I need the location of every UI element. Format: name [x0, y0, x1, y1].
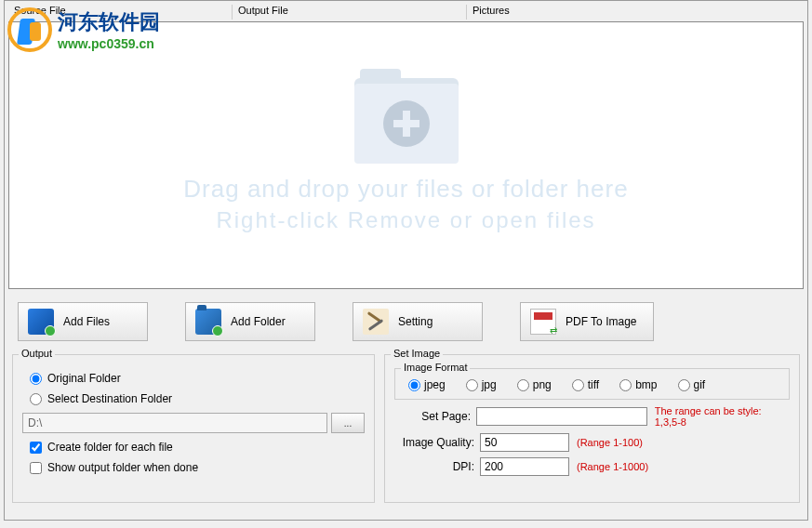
set-image-legend: Set Image [391, 348, 443, 359]
add-folder-placeholder-icon [354, 78, 459, 164]
set-page-hint: The range can be style: 1,3,5-8 [655, 405, 790, 428]
header-pictures: Pictures [466, 5, 804, 20]
browse-destination-button[interactable]: ... [331, 413, 365, 433]
format-gif-label: gif [694, 378, 706, 391]
format-bmp-radio[interactable] [619, 379, 632, 391]
create-folder-label: Create folder for each file [47, 441, 173, 454]
header-source-file: Source File [8, 5, 232, 20]
format-png-label: png [533, 378, 552, 391]
output-legend: Output [19, 348, 55, 359]
dpi-hint: (Range 1-1000) [577, 461, 648, 472]
select-destination-radio[interactable] [30, 393, 42, 405]
main-panel: Source File Output File Pictures Drag an… [4, 0, 808, 521]
setting-button[interactable]: Setting [353, 302, 483, 341]
add-files-icon [28, 309, 54, 335]
select-destination-label: Select Destination Folder [47, 392, 172, 405]
format-jpeg-label: jpeg [424, 378, 446, 391]
destination-path-input[interactable] [22, 413, 327, 433]
create-folder-checkbox[interactable] [30, 442, 42, 454]
format-jpg-radio[interactable] [466, 379, 478, 391]
dpi-label: DPI: [394, 460, 474, 473]
show-output-folder-checkbox[interactable] [30, 462, 42, 474]
add-folder-button[interactable]: Add Folder [185, 302, 315, 341]
column-headers: Source File Output File Pictures [8, 5, 804, 20]
pdf-to-image-label: PDF To Image [566, 315, 636, 328]
drop-hint-line1: Drag and drop your files or folder here [183, 175, 628, 204]
drop-hint-line2: Right-click Remove or open files [216, 207, 595, 233]
setting-label: Setting [398, 315, 433, 328]
setting-icon [363, 309, 389, 335]
show-output-folder-label: Show output folder when done [47, 461, 198, 474]
add-folder-icon [195, 309, 221, 335]
image-format-legend: Image Format [401, 362, 470, 373]
format-png-radio[interactable] [517, 379, 529, 391]
dpi-input[interactable] [480, 457, 569, 476]
format-tiff-radio[interactable] [572, 379, 584, 391]
add-folder-label: Add Folder [231, 315, 286, 328]
format-jpg-label: jpg [482, 378, 497, 391]
add-files-button[interactable]: Add Files [18, 302, 148, 341]
original-folder-radio[interactable] [30, 373, 42, 385]
pdf-to-image-button[interactable]: PDF To Image [520, 302, 654, 341]
format-tiff-label: tiff [588, 378, 599, 391]
header-output-file: Output File [232, 5, 466, 20]
set-page-input[interactable] [476, 407, 647, 426]
image-format-group: Image Format jpeg jpg png tiff bmp gif [394, 368, 790, 400]
toolbar: Add Files Add Folder Setting PDF To Imag… [18, 302, 804, 341]
format-bmp-label: bmp [635, 378, 657, 391]
image-quality-input[interactable] [480, 433, 569, 452]
file-drop-zone[interactable]: Drag and drop your files or folder here … [8, 21, 804, 289]
image-quality-label: Image Quality: [394, 436, 474, 449]
original-folder-label: Original Folder [47, 372, 121, 385]
format-jpeg-radio[interactable] [408, 379, 420, 391]
image-quality-hint: (Range 1-100) [577, 437, 643, 448]
add-files-label: Add Files [63, 315, 110, 328]
format-gif-radio[interactable] [678, 379, 690, 391]
output-group: Output Original Folder Select Destinatio… [12, 354, 375, 503]
set-page-label: Set Page: [394, 410, 471, 423]
set-image-group: Set Image Image Format jpeg jpg png tiff… [384, 354, 800, 503]
pdf-to-image-icon [530, 309, 556, 335]
